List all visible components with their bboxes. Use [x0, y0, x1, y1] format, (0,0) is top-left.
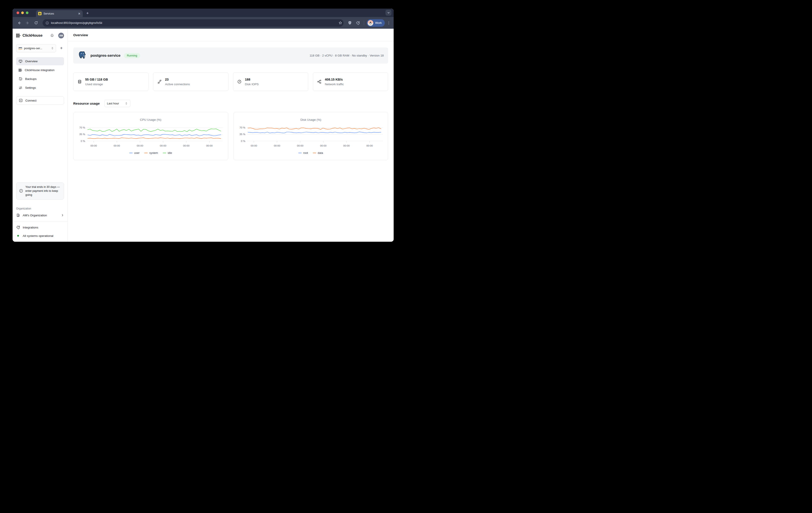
legend-label: root	[303, 151, 308, 154]
browser-tab-services[interactable]: Services ✕	[36, 10, 83, 17]
reload-button[interactable]	[32, 20, 39, 27]
legend-item-system[interactable]: system	[144, 151, 158, 154]
svg-text:Disk Usage (%): Disk Usage (%)	[300, 118, 321, 121]
chevron-right-icon	[61, 214, 64, 217]
svg-text:0 %: 0 %	[81, 140, 85, 142]
legend-item-root[interactable]: root	[298, 151, 308, 154]
page-topbar: Overview	[68, 29, 394, 41]
svg-text:00:00: 00:00	[297, 144, 303, 147]
app-viewport: ClickHouse AM aws postgres-ser...	[12, 29, 394, 242]
notifications-bell-icon[interactable]	[50, 33, 54, 37]
legend-item-data[interactable]: data	[313, 151, 323, 154]
close-tab-icon[interactable]: ✕	[78, 12, 81, 15]
sliders-icon	[19, 86, 23, 90]
stat-value: 188	[245, 78, 259, 81]
browser-toolbar: localhost:8910/postgres/pgkybgnv0s5ii Wo…	[12, 17, 394, 29]
minimize-window-button[interactable]	[21, 11, 24, 14]
legend-swatch	[129, 153, 133, 153]
service-name: postgres-service	[90, 53, 120, 58]
bookmark-star-icon[interactable]	[339, 21, 342, 25]
service-selector[interactable]: aws postgres-ser...	[16, 44, 56, 52]
sidebar-item-settings[interactable]: Settings	[16, 84, 64, 92]
connect-button[interactable]: Connect	[16, 96, 64, 105]
browser-menu-button[interactable]: ⋮	[387, 21, 390, 25]
add-service-button[interactable]: +	[59, 46, 64, 51]
disk-usage-chart: Disk Usage (%)0 %35 %70 %00:0000:0000:00…	[237, 115, 385, 149]
stat-label: Disk IOPS	[245, 83, 259, 86]
sidebar-item-label: Settings	[25, 86, 36, 89]
sidebar-item-backups[interactable]: Backups	[16, 75, 64, 83]
cpu-usage-chart: CPU Usage (%)0 %35 %70 %00:0000:0000:000…	[77, 115, 225, 149]
stat-label: Network traffic	[325, 83, 344, 86]
integrations-label: Integrations	[23, 226, 38, 229]
sidebar-item-clickhouse-integration[interactable]: ClickHouse integration	[16, 66, 64, 74]
stat-label: Active connections	[165, 83, 190, 86]
extensions-puzzle-icon[interactable]	[355, 20, 361, 26]
gauge-icon	[237, 80, 242, 84]
resource-usage-header: Resource usage Last hour	[73, 100, 388, 107]
puzzle-icon	[16, 225, 20, 229]
svg-text:00:00: 00:00	[320, 144, 326, 147]
svg-text:00:00: 00:00	[273, 144, 280, 147]
sidebar-item-overview[interactable]: Overview	[16, 57, 64, 65]
trial-notice-text: Your trial ends in 30 days — enter payme…	[25, 185, 61, 197]
user-avatar[interactable]: AM	[58, 33, 64, 38]
page-content: postgres-service Running 118 GB · 2 vCPU…	[68, 41, 394, 166]
svg-text:35 %: 35 %	[239, 133, 245, 136]
disk-usage-chart-card: Disk Usage (%)0 %35 %70 %00:0000:0000:00…	[233, 112, 388, 160]
clock-icon	[19, 189, 23, 193]
back-button[interactable]	[16, 20, 23, 27]
sidebar-nav: Overview ClickHouse integration Backups	[16, 57, 64, 92]
stat-value: 408.15 KB/s	[325, 78, 344, 81]
time-range-value: Last hour	[107, 102, 122, 105]
status-dot-icon	[17, 235, 19, 237]
tab-search-button[interactable]	[385, 10, 392, 16]
time-range-select[interactable]: Last hour	[105, 100, 130, 107]
svg-text:00:00: 00:00	[206, 144, 213, 147]
history-icon	[19, 77, 23, 81]
legend-item-idle[interactable]: idle	[163, 151, 172, 154]
legend-swatch	[163, 153, 166, 153]
profile-avatar	[368, 20, 373, 26]
sidebar-item-label: Overview	[25, 60, 37, 63]
svg-text:00:00: 00:00	[343, 144, 350, 147]
network-icon	[317, 80, 321, 84]
monitor-icon	[19, 59, 23, 63]
integrations-link[interactable]: Integrations	[16, 225, 64, 230]
zoom-window-button[interactable]	[26, 11, 28, 14]
system-status-row[interactable]: All systems operational	[16, 233, 64, 238]
sidebar: ClickHouse AM aws postgres-ser...	[12, 29, 68, 242]
chart-svg: Disk Usage (%)0 %35 %70 %00:0000:0000:00…	[237, 115, 385, 149]
legend-swatch	[313, 153, 316, 153]
chart-legend: rootdata	[237, 151, 385, 154]
svg-text:00:00: 00:00	[114, 144, 120, 147]
main-panel: Overview postgres-service Running 118 GB…	[68, 29, 394, 242]
page-title: Overview	[73, 33, 88, 37]
legend-label: user	[134, 151, 140, 154]
penguin-icon	[369, 21, 372, 25]
forward-button[interactable]	[24, 20, 31, 27]
svg-text:00:00: 00:00	[90, 144, 97, 147]
svg-text:70 %: 70 %	[239, 126, 245, 129]
legend-label: data	[318, 151, 323, 154]
trial-notice-card: Your trial ends in 30 days — enter payme…	[16, 182, 64, 200]
svg-text:35 %: 35 %	[79, 133, 85, 136]
new-tab-button[interactable]: +	[86, 11, 89, 16]
stat-card-active-connections: 23 Active connections	[153, 73, 228, 91]
tab-strip: Services ✕ +	[12, 9, 394, 17]
close-window-button[interactable]	[17, 11, 19, 14]
url-bar[interactable]: localhost:8910/postgres/pgkybgnv0s5ii	[42, 19, 344, 27]
stat-label: Used storage	[85, 83, 108, 86]
svg-text:00:00: 00:00	[160, 144, 167, 147]
service-specs: 118 GB · 2 vCPU · 8 GB RAM · No standby …	[310, 54, 384, 57]
legend-item-user[interactable]: user	[129, 151, 140, 154]
site-info-icon[interactable]	[46, 21, 49, 25]
shield-extension-icon[interactable]	[347, 20, 353, 26]
profile-chip[interactable]: Work	[367, 19, 385, 27]
clickhouse-favicon-icon	[38, 12, 41, 15]
url-text[interactable]: localhost:8910/postgres/pgkybgnv0s5ii	[51, 21, 337, 25]
legend-swatch	[144, 153, 148, 153]
legend-label: idle	[168, 151, 172, 154]
organization-row[interactable]: AM's Organization	[16, 213, 64, 217]
svg-text:0 %: 0 %	[241, 140, 245, 142]
